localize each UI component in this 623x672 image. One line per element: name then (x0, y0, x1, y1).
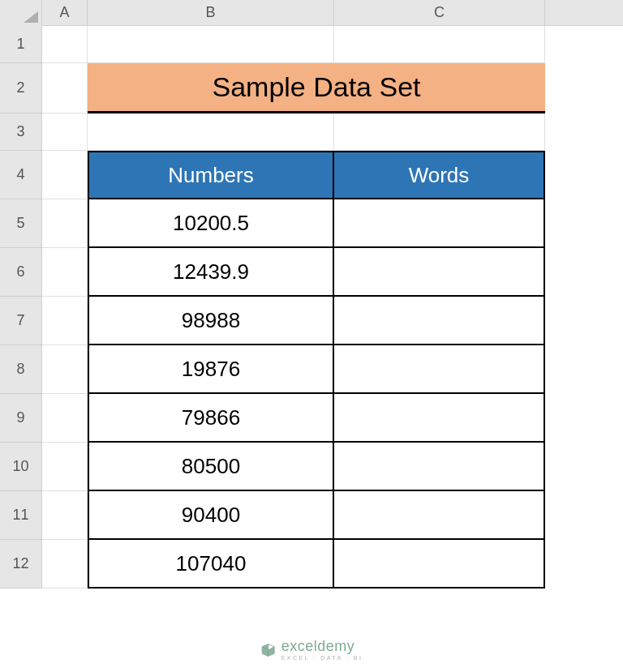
cell-A3[interactable] (42, 113, 88, 151)
cell-A11[interactable] (42, 491, 88, 540)
cell-A10[interactable] (42, 443, 88, 491)
watermark-logo-icon (260, 642, 277, 658)
cell-A4[interactable] (42, 151, 88, 199)
column-headers: A B C (0, 0, 623, 26)
cell-A9[interactable] (42, 394, 88, 443)
column-header-A[interactable]: A (42, 0, 88, 25)
cell-A2[interactable] (42, 63, 88, 113)
cell-A12[interactable] (42, 540, 88, 589)
row-header-7[interactable]: 7 (0, 297, 41, 345)
row-header-2[interactable]: 2 (0, 63, 41, 113)
watermark: exceldemy EXCEL · DATA · BI (260, 639, 363, 661)
cell-A8[interactable] (42, 345, 88, 394)
grid: Sample Data Set Numbers Words 10200.5 (42, 26, 545, 589)
column-header-B[interactable]: B (88, 0, 334, 25)
cell-C6[interactable] (334, 248, 545, 297)
row-header-4[interactable]: 4 (0, 151, 41, 199)
cell-C10[interactable] (334, 443, 545, 491)
cell-C12[interactable] (334, 540, 545, 589)
watermark-sub: EXCEL · DATA · BI (281, 655, 363, 661)
watermark-main: exceldemy (281, 639, 363, 653)
cell-B9[interactable]: 79866 (88, 394, 334, 443)
cell-A5[interactable] (42, 199, 88, 248)
cell-C9[interactable] (334, 394, 545, 443)
cell-B1[interactable] (88, 26, 334, 63)
column-header-C[interactable]: C (334, 0, 545, 25)
row-header-9[interactable]: 9 (0, 394, 41, 443)
row-header-11[interactable]: 11 (0, 491, 41, 540)
cell-B8[interactable]: 19876 (88, 345, 334, 394)
cell-B7[interactable]: 98988 (88, 297, 334, 345)
cell-A6[interactable] (42, 248, 88, 297)
row-header-12[interactable]: 12 (0, 540, 41, 589)
row-header-10[interactable]: 10 (0, 443, 41, 491)
cell-B10[interactable]: 80500 (88, 443, 334, 491)
title-cell[interactable]: Sample Data Set (88, 63, 545, 113)
row-header-6[interactable]: 6 (0, 248, 41, 297)
row-header-3[interactable]: 3 (0, 113, 41, 151)
cell-B5[interactable]: 10200.5 (88, 199, 334, 248)
cell-C8[interactable] (334, 345, 545, 394)
cell-B3[interactable] (88, 113, 334, 151)
cell-A7[interactable] (42, 297, 88, 345)
cell-A1[interactable] (42, 26, 88, 63)
cell-C3[interactable] (334, 113, 545, 151)
cell-C1[interactable] (334, 26, 545, 63)
cell-C11[interactable] (334, 491, 545, 540)
row-headers: 1 2 3 4 5 6 7 8 9 10 11 12 (0, 26, 42, 589)
select-all-corner[interactable] (0, 0, 42, 26)
row-header-1[interactable]: 1 (0, 26, 41, 63)
cell-C7[interactable] (334, 297, 545, 345)
watermark-text: exceldemy EXCEL · DATA · BI (281, 639, 363, 661)
header-numbers[interactable]: Numbers (88, 151, 334, 199)
cell-B6[interactable]: 12439.9 (88, 248, 334, 297)
spreadsheet: A B C 1 2 3 4 5 6 7 8 9 10 11 12 (0, 0, 623, 672)
cell-C5[interactable] (334, 199, 545, 248)
cell-B11[interactable]: 90400 (88, 491, 334, 540)
row-header-5[interactable]: 5 (0, 199, 41, 248)
row-header-8[interactable]: 8 (0, 345, 41, 394)
header-words[interactable]: Words (334, 151, 545, 199)
cell-B12[interactable]: 107040 (88, 540, 334, 589)
